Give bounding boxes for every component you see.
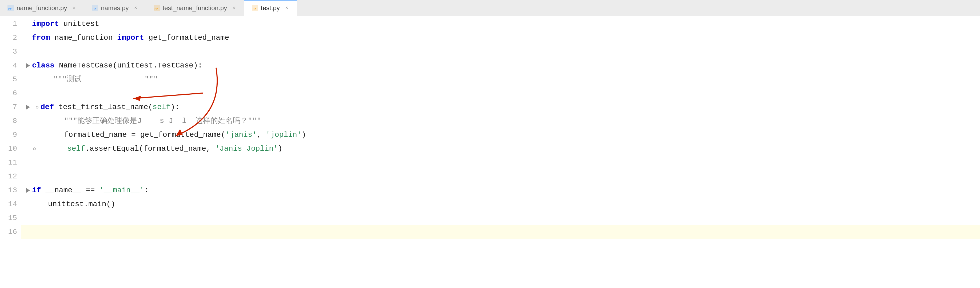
token-2-1: from [32,31,50,45]
token-13-4: : [144,183,149,197]
tab-bar: py name_function.py × py names.py × py t… [0,0,980,16]
token-11-1 [32,156,37,170]
code-line-14: unittest.main() [21,197,980,211]
token-9-1: formatted_name = get_formatted_name( [64,128,225,142]
line-num-11: 11 [0,156,21,170]
token-4-2: NameTestCase(unittest.TestCase): [54,59,202,73]
token-14-1: unittest.main() [48,197,115,211]
token-13-2: __name__ == [41,183,99,197]
token-9-5: ) [302,128,306,142]
code-area: 1 2 3 4 5 6 7 8 9 10 11 12 13 14 15 16 i… [0,16,980,288]
py-icon-4: py [252,5,258,11]
token-2-4: get_formatted_name [144,31,229,45]
code-line-1: import unittest [21,17,980,31]
token-5-2 [82,73,144,86]
token-10-4: ) [278,142,283,156]
token-4-1: class [32,59,54,73]
code-line-9: formatted_name = get_formatted_name( 'ja… [21,128,980,142]
line-num-10: 10 [0,142,21,156]
line-num-6: 6 [0,86,21,100]
tab-test[interactable]: py test.py × [244,0,297,16]
code-line-8: """能够正确处理像是J s J l 这样的姓名吗？""" [21,114,980,128]
token-13-1: if [32,183,41,197]
editor-container: py name_function.py × py names.py × py t… [0,0,980,288]
fold-4[interactable] [24,59,32,73]
line-num-15: 15 [0,211,21,225]
code-content: import unittest from name_function impor… [21,16,980,288]
token-9-3: , [257,128,266,142]
code-line-4: class NameTestCase(unittest.TestCase): [21,59,980,73]
code-line-6 [21,86,980,100]
tab-close-4[interactable]: × [284,5,290,11]
token-7-4: ): [170,100,180,114]
code-line-2: from name_function import get_formatted_… [21,31,980,45]
line-num-5: 5 [0,73,21,86]
code-line-10: self .assertEqual(formatted_name, 'Janis… [21,142,980,156]
tab-label-3: test_name_function.py [163,4,227,12]
line-num-1: 1 [0,17,21,31]
token-6-1 [32,86,37,100]
svg-text:py: py [154,7,158,10]
line-num-13: 13 [0,183,21,197]
token-7-2: test_first_last_name( [54,100,153,114]
line-num-2: 2 [0,31,21,45]
line-num-9: 9 [0,128,21,142]
py-icon-3: py [154,5,160,11]
token-10-1: self [67,142,85,156]
line-num-3: 3 [0,45,21,59]
token-10-3: 'Janis Joplin' [215,142,278,156]
token-8-1: """能够正确处理像是J s J l 这样的姓名吗？""" [64,114,261,128]
token-10-2: .assertEqual(formatted_name, [85,142,215,156]
token-5-3: """ [145,73,158,86]
code-line-3 [21,45,980,59]
code-line-12 [21,170,980,183]
tab-close-2[interactable]: × [133,5,138,11]
line-num-4: 4 [0,59,21,73]
code-line-15 [21,211,980,225]
svg-text:py: py [92,7,96,10]
token-9-4: 'joplin' [266,128,301,142]
dot-7 [36,106,38,108]
line-num-12: 12 [0,170,21,183]
token-2-3: import [117,31,144,45]
svg-text:py: py [253,7,256,10]
tab-close-3[interactable]: × [231,5,237,11]
tab-label-2: names.py [101,4,129,12]
line-num-14: 14 [0,197,21,211]
line-num-8: 8 [0,114,21,128]
code-line-7: def test_first_last_name( self ): [21,100,980,114]
token-5-1: """测试 [53,73,82,86]
code-line-5: """测试 """ [21,73,980,86]
tab-close-1[interactable]: × [71,5,76,11]
token-15-1 [32,211,37,225]
token-12-1 [32,170,37,183]
line-num-7: 7 [0,100,21,114]
token-1-1: import [32,17,59,31]
tab-label-1: name_function.py [16,4,67,12]
tab-name-function[interactable]: py name_function.py × [0,0,84,16]
token-7-1: def [41,100,54,114]
token-3-1 [32,45,37,59]
tab-label-4: test.py [261,4,280,12]
code-line-13: if __name__ == '__main__' : [21,183,980,197]
code-line-11 [21,156,980,170]
token-13-3: '__main__' [99,183,144,197]
py-icon-2: py [92,5,98,11]
token-16-1 [32,225,37,239]
token-1-2: unittest [59,17,99,31]
line-num-16: 16 [0,225,21,239]
token-2-2: name_function [50,31,117,45]
token-9-2: 'janis' [225,128,257,142]
fold-7[interactable] [24,100,32,114]
dot-10 [33,148,36,150]
code-line-16 [21,225,980,239]
tab-names[interactable]: py names.py × [84,0,146,16]
py-icon-1: py [8,5,14,11]
line-numbers: 1 2 3 4 5 6 7 8 9 10 11 12 13 14 15 16 [0,16,21,288]
tab-test-name-function[interactable]: py test_name_function.py × [146,0,245,16]
svg-text:py: py [8,7,12,10]
fold-13[interactable] [24,183,32,197]
token-7-3: self [153,100,170,114]
